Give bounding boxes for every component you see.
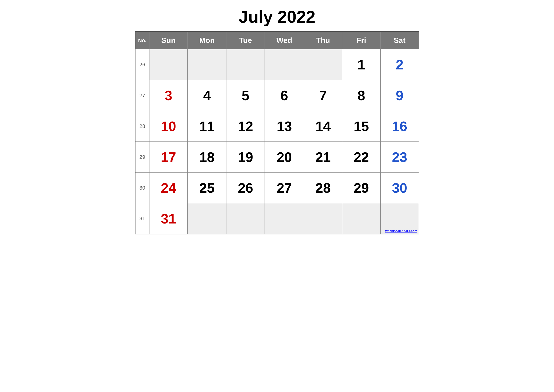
day-cell: 11 xyxy=(187,111,226,142)
day-cell: 12 xyxy=(226,111,264,142)
day-cell: wheniscalendars.com xyxy=(380,203,419,234)
calendar-body: 2612273456789281011121314151629171819202… xyxy=(135,49,419,234)
week-number: 29 xyxy=(135,142,149,173)
day-cell: 1 xyxy=(342,49,380,80)
day-cell: 17 xyxy=(149,142,187,173)
day-cell: 22 xyxy=(342,142,380,173)
watermark-link[interactable]: wheniscalendars.com xyxy=(385,229,417,233)
day-cell xyxy=(187,203,226,234)
week-number: 31 xyxy=(135,203,149,234)
day-cell xyxy=(226,49,264,80)
day-cell xyxy=(264,203,304,234)
day-cell: 15 xyxy=(342,111,380,142)
day-cell: 19 xyxy=(226,142,264,173)
header-wed: Wed xyxy=(264,32,304,49)
calendar-week-row: 2810111213141516 xyxy=(135,111,419,142)
day-cell: 8 xyxy=(342,80,380,111)
day-cell: 24 xyxy=(149,173,187,203)
day-cell: 26 xyxy=(226,173,264,203)
day-cell: 5 xyxy=(226,80,264,111)
calendar-table: No. Sun Mon Tue Wed Thu Fri Sat 26122734… xyxy=(135,31,419,234)
day-cell: 21 xyxy=(304,142,342,173)
header-row: No. Sun Mon Tue Wed Thu Fri Sat xyxy=(135,32,419,49)
day-cell xyxy=(149,49,187,80)
header-tue: Tue xyxy=(226,32,264,49)
calendar-container: July 2022 No. Sun Mon Tue Wed Thu Fri Sa… xyxy=(135,7,419,234)
day-cell: 23 xyxy=(380,142,419,173)
week-number: 28 xyxy=(135,111,149,142)
header-fri: Fri xyxy=(342,32,380,49)
header-mon: Mon xyxy=(187,32,226,49)
calendar-week-row: 3024252627282930 xyxy=(135,173,419,203)
week-number: 30 xyxy=(135,173,149,203)
header-no: No. xyxy=(135,32,149,49)
day-cell: 25 xyxy=(187,173,226,203)
calendar-week-row: 273456789 xyxy=(135,80,419,111)
calendar-title: July 2022 xyxy=(135,7,419,27)
day-cell: 7 xyxy=(304,80,342,111)
day-cell: 28 xyxy=(304,173,342,203)
day-cell xyxy=(226,203,264,234)
day-cell: 9 xyxy=(380,80,419,111)
day-cell: 29 xyxy=(342,173,380,203)
day-cell: 20 xyxy=(264,142,304,173)
header-sun: Sun xyxy=(149,32,187,49)
week-number: 27 xyxy=(135,80,149,111)
day-cell xyxy=(187,49,226,80)
day-cell xyxy=(342,203,380,234)
day-cell: 6 xyxy=(264,80,304,111)
day-cell: 16 xyxy=(380,111,419,142)
day-cell xyxy=(264,49,304,80)
header-thu: Thu xyxy=(304,32,342,49)
day-cell xyxy=(304,203,342,234)
day-cell xyxy=(304,49,342,80)
calendar-week-row: 3131wheniscalendars.com xyxy=(135,203,419,234)
day-cell: 14 xyxy=(304,111,342,142)
calendar-week-row: 2917181920212223 xyxy=(135,142,419,173)
day-cell: 30 xyxy=(380,173,419,203)
week-number: 26 xyxy=(135,49,149,80)
day-cell: 4 xyxy=(187,80,226,111)
day-cell: 31 xyxy=(149,203,187,234)
day-cell: 13 xyxy=(264,111,304,142)
calendar-week-row: 2612 xyxy=(135,49,419,80)
day-cell: 27 xyxy=(264,173,304,203)
day-cell: 10 xyxy=(149,111,187,142)
day-cell: 2 xyxy=(380,49,419,80)
day-cell: 18 xyxy=(187,142,226,173)
day-cell: 3 xyxy=(149,80,187,111)
header-sat: Sat xyxy=(380,32,419,49)
